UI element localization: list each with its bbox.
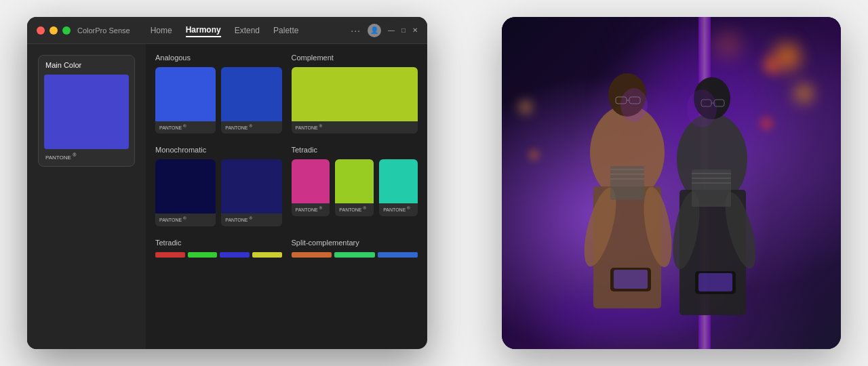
person-2: [668, 77, 762, 315]
bar-4: [252, 252, 282, 258]
swatch-tetradic-3[interactable]: PANTONE ®: [379, 159, 418, 216]
tab-home[interactable]: Home: [151, 24, 172, 37]
sidebar: Main Color PANTONE ®: [27, 44, 146, 349]
row-3: Tetradic Split-complementary: [155, 239, 418, 259]
tetradic-swatches: PANTONE ® PANTONE ® PANTONE ®: [292, 159, 418, 216]
swatch-label: PANTONE ®: [155, 121, 216, 134]
bar-sc-3: [378, 252, 418, 258]
bar-3: [220, 252, 250, 258]
person-1: [578, 73, 677, 308]
more-options-icon[interactable]: ···: [351, 25, 361, 36]
persons-svg: [502, 17, 841, 349]
swatch-analogous-2[interactable]: PANTONE ®: [221, 67, 281, 134]
photo-panel: [502, 17, 841, 349]
title-bar: ColorPro Sense Home Harmony Extend Palet…: [27, 17, 427, 44]
section-complement: Complement PANTONE ®: [292, 54, 418, 134]
swatch-tetradic-1[interactable]: PANTONE ®: [292, 159, 330, 216]
monochromatic-title: Monochromatic: [155, 146, 282, 154]
app-title: ColorPro Sense: [77, 26, 130, 35]
swatch-label: PANTONE ®: [335, 203, 374, 216]
tab-harmony[interactable]: Harmony: [186, 24, 221, 37]
main-pantone-label: PANTONE ®: [39, 149, 134, 166]
section-tetradic-bars: Tetradic: [155, 239, 282, 259]
main-color-swatch: [44, 75, 129, 149]
section-tetradic: Tetradic PANTONE ® PANTONE ® PANTONE: [292, 146, 418, 226]
swatch-mono-2[interactable]: PANTONE ®: [221, 159, 281, 226]
svg-rect-7: [610, 166, 644, 200]
main-color-header: Main Color: [39, 56, 134, 75]
section-split-comp: Split-complementary: [292, 239, 418, 259]
main-color-card[interactable]: Main Color PANTONE ®: [38, 55, 135, 167]
tetradic-title: Tetradic: [292, 146, 418, 154]
swatch-complement-1[interactable]: PANTONE ®: [292, 67, 418, 134]
svg-rect-6: [614, 270, 648, 289]
analogous-swatches: PANTONE ® PANTONE ®: [155, 67, 282, 134]
app-window: ColorPro Sense Home Harmony Extend Palet…: [27, 17, 427, 349]
tab-palette[interactable]: Palette: [273, 24, 298, 37]
svg-rect-22: [692, 169, 731, 207]
mono-swatches: PANTONE ® PANTONE ®: [155, 159, 282, 226]
split-comp-bars: [292, 252, 418, 259]
swatch-label: PANTONE ®: [292, 121, 418, 134]
svg-point-14: [620, 88, 648, 122]
nav-tabs: Home Harmony Extend Palette: [151, 24, 299, 37]
swatch-label: PANTONE ®: [292, 203, 330, 216]
row-1: Analogous PANTONE ® PANTONE ®: [155, 54, 418, 134]
section-analogous: Analogous PANTONE ® PANTONE ®: [155, 54, 282, 134]
window-controls: [37, 26, 71, 35]
title-bar-right: ··· 👤 — □ ✕: [351, 24, 418, 37]
minimize-icon[interactable]: —: [388, 26, 395, 34]
complement-swatches: PANTONE ®: [292, 67, 418, 134]
bar-sc-1: [292, 252, 332, 258]
swatch-analogous-1[interactable]: PANTONE ®: [155, 67, 216, 134]
swatch-label: PANTONE ®: [221, 121, 281, 134]
split-comp-title: Split-complementary: [292, 239, 418, 247]
minimize-button[interactable]: [50, 26, 58, 35]
complement-title: Complement: [292, 54, 418, 62]
swatch-label: PANTONE ®: [155, 214, 216, 226]
tetradic-bars: [155, 252, 282, 259]
svg-rect-21: [698, 273, 732, 291]
bar-sc-2: [334, 252, 375, 258]
bar-2: [188, 252, 218, 258]
svg-point-29: [687, 89, 717, 127]
tetradic2-title: Tetradic: [155, 239, 282, 247]
analogous-title: Analogous: [155, 54, 282, 62]
tab-extend[interactable]: Extend: [235, 24, 260, 37]
fullscreen-icon[interactable]: □: [401, 26, 406, 34]
swatch-mono-1[interactable]: PANTONE ®: [155, 159, 216, 226]
close-icon[interactable]: ✕: [412, 26, 418, 34]
swatch-label: PANTONE ®: [221, 214, 281, 226]
maximize-button[interactable]: [62, 26, 71, 35]
section-monochromatic: Monochromatic PANTONE ® PANTONE ®: [155, 146, 282, 226]
row-2: Monochromatic PANTONE ® PANTONE ®: [155, 146, 418, 226]
main-scroll[interactable]: Analogous PANTONE ® PANTONE ®: [146, 44, 427, 349]
photo-background: [502, 17, 841, 349]
bar-1: [155, 252, 185, 258]
swatch-label: PANTONE ®: [379, 203, 418, 216]
close-button[interactable]: [37, 26, 45, 35]
content-area: Main Color PANTONE ® Analogous PANTONE ®: [27, 44, 427, 349]
swatch-tetradic-2[interactable]: PANTONE ®: [335, 159, 374, 216]
pantone-reg: ®: [73, 152, 76, 157]
avatar[interactable]: 👤: [368, 24, 381, 37]
